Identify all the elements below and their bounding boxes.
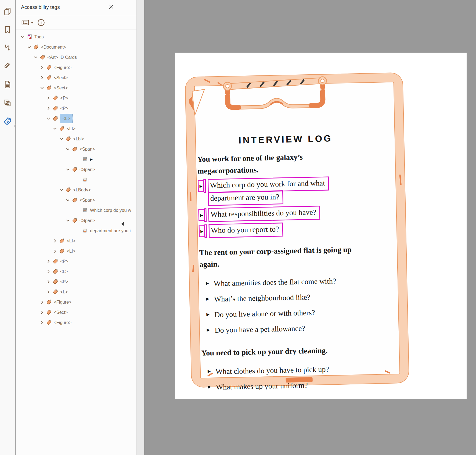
chevron-right-icon[interactable]: [46, 270, 51, 274]
tree-item-art-id-cards[interactable]: <Art> ID Cards: [16, 52, 136, 62]
tag-icon: [72, 146, 77, 152]
page-thumbnails-icon[interactable]: [3, 7, 12, 16]
tree-item-l[interactable]: <L>: [16, 266, 136, 276]
chevron-right-icon[interactable]: [46, 259, 51, 263]
tag-icon: [53, 289, 58, 294]
panel-resize-notch[interactable]: ‹: [13, 121, 16, 130]
chevron-down-icon[interactable]: [27, 45, 31, 49]
chevron-right-icon[interactable]: [40, 65, 44, 70]
question-list-1: ▶ Which corp do you work for and what de…: [198, 176, 376, 238]
articles-icon[interactable]: [3, 80, 12, 89]
chevron-down-icon[interactable]: [53, 127, 57, 131]
document-canvas[interactable]: INTERVIEW LOG You work for one of the ga…: [144, 0, 476, 455]
list-item: ▶ What amenities does the flat come with…: [200, 275, 377, 289]
chevron-right-icon[interactable]: [46, 280, 51, 284]
close-icon[interactable]: [109, 4, 114, 9]
tree-item-lbl[interactable]: <Lbl>: [16, 134, 136, 144]
tree-item-p[interactable]: <P>: [16, 256, 136, 266]
tag-icon: [66, 187, 71, 192]
chevron-down-icon[interactable]: [66, 168, 70, 172]
tree-content-which-corp[interactable]: Which corp do you w: [16, 205, 136, 215]
accessibility-tags-panel: Accessibility tags Tags <Document>: [16, 0, 136, 455]
tree-item-span[interactable]: <Span>: [16, 164, 136, 174]
tree-item-l-selected[interactable]: <L>: [16, 113, 136, 123]
chevron-down-icon[interactable]: [66, 219, 70, 223]
chevron-down-icon[interactable]: [40, 86, 44, 90]
tree-item-sect[interactable]: <Sect>: [16, 72, 136, 83]
tree-item-sect[interactable]: <Sect>: [16, 307, 136, 317]
bullet-triangle-icon: ▶: [207, 327, 210, 332]
chevron-right-icon[interactable]: [40, 76, 44, 80]
tree-content-department[interactable]: department are you i: [16, 225, 136, 236]
tree-item-lbody[interactable]: <LBody>: [16, 185, 136, 195]
chevron-down-icon[interactable]: [59, 188, 63, 192]
annotation-box: [204, 224, 207, 238]
chevron-right-icon[interactable]: [40, 300, 44, 304]
tag-icon: [53, 279, 58, 284]
content-box-icon: [82, 208, 88, 213]
chevron-right-icon[interactable]: [46, 96, 51, 100]
content-order-icon[interactable]: [3, 98, 12, 107]
clipboard-illustration: INTERVIEW LOG You work for one of the ga…: [185, 72, 409, 388]
tree-item-p[interactable]: <P>: [16, 103, 136, 113]
section-heading: You work for one of the galaxy’s megacor…: [197, 151, 321, 177]
frame-accent: [190, 192, 192, 201]
chevron-right-icon[interactable]: [46, 106, 51, 110]
tree-item-figure[interactable]: <Figure>: [16, 317, 136, 327]
tree-item-span[interactable]: <Span>: [16, 215, 136, 225]
destinations-icon[interactable]: [3, 43, 12, 53]
tag-icon: [53, 269, 58, 274]
chevron-down-icon[interactable]: [34, 55, 38, 59]
tree-item-tags-root[interactable]: Tags: [16, 32, 136, 42]
bullet-triangle-icon: ▶: [208, 369, 211, 374]
tree-item-sect[interactable]: <Sect>: [16, 83, 136, 93]
interview-log-content: INTERVIEW LOG You work for one of the ga…: [197, 132, 380, 393]
chevron-right-icon[interactable]: [46, 290, 51, 294]
tree-item-figure[interactable]: <Figure>: [16, 62, 136, 72]
chevron-down-icon[interactable]: [21, 35, 25, 39]
chevron-down-icon[interactable]: [66, 147, 70, 151]
tree-item-li[interactable]: <LI>: [16, 123, 136, 134]
tree-item-span[interactable]: <Span>: [16, 195, 136, 205]
panel-collapse-arrow[interactable]: [121, 222, 124, 226]
chevron-down-icon[interactable]: [66, 198, 70, 202]
chevron-down-icon[interactable]: [46, 117, 51, 121]
tree-item-l[interactable]: <L>: [16, 287, 136, 297]
bookmarks-icon[interactable]: [3, 25, 12, 34]
tree-item-p[interactable]: <P>: [16, 93, 136, 103]
bullet-triangle-icon: ▶: [206, 296, 209, 301]
accessibility-tags-icon[interactable]: [3, 117, 12, 126]
chevron-right-icon[interactable]: [40, 310, 44, 314]
tree-item-li[interactable]: <LI>: [16, 236, 136, 246]
chevron-right-icon[interactable]: [53, 249, 57, 253]
tree-item-p[interactable]: <P>: [16, 276, 136, 287]
tag-icon: [46, 310, 52, 315]
tag-icon: [46, 320, 52, 325]
bullet-triangle-icon: ▶: [206, 312, 210, 317]
list-item: ▶ Do you live alone or with others?: [200, 306, 378, 321]
options-dropdown-caret-icon[interactable]: [31, 22, 34, 24]
info-icon[interactable]: [37, 19, 45, 27]
tree-item-document[interactable]: <Document>: [16, 42, 136, 52]
tree-item-span[interactable]: <Span>: [16, 144, 136, 154]
annotation-box: [204, 208, 207, 222]
chevron-right-icon[interactable]: [40, 321, 44, 325]
attachments-icon[interactable]: [3, 62, 12, 71]
tag-icon: [59, 248, 64, 254]
chevron-down-icon[interactable]: [59, 137, 63, 141]
list-item: ▶ Do you have a pet allowance?: [201, 322, 378, 336]
tag-icon: [33, 44, 39, 50]
list-item-highlighted: ▶ What responsibilities do you have?: [198, 205, 376, 222]
tree-content-bullet[interactable]: ▶: [16, 154, 136, 164]
bullet-annotation-box: ▶: [199, 225, 207, 238]
tree-item-li[interactable]: <LI>: [16, 246, 136, 256]
panel-scrollbar-track[interactable]: [136, 0, 144, 455]
tag-icon: [46, 65, 52, 70]
list-item: ▶ What’s the neighbourhood like?: [200, 290, 378, 305]
chevron-right-icon[interactable]: [53, 239, 57, 243]
list-item-highlighted: ▶ Which corp do you work for and what de…: [198, 176, 376, 206]
tag-icon: [53, 259, 58, 264]
tree-content-empty[interactable]: [16, 174, 136, 185]
options-menu-icon[interactable]: [21, 19, 30, 26]
tree-item-figure[interactable]: <Figure>: [16, 297, 136, 307]
